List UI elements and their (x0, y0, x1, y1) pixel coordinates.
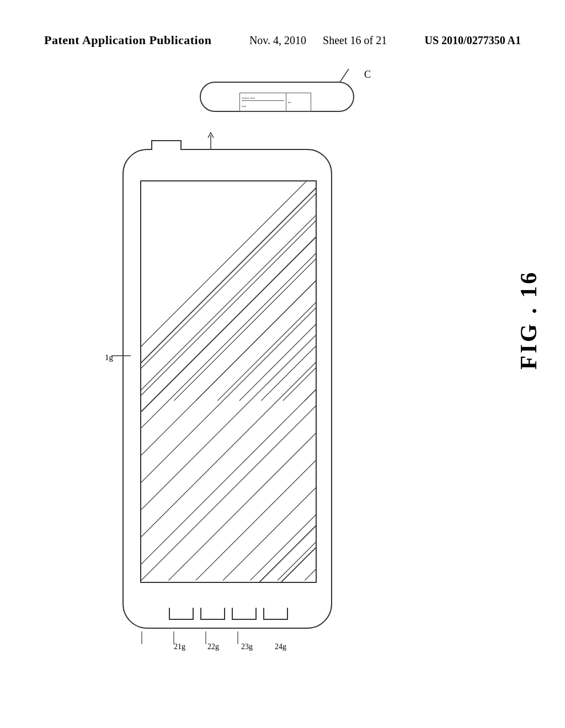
dongle-body: display data data btn (200, 82, 354, 112)
svg-line-18 (141, 183, 316, 456)
phone-top-rect (151, 140, 182, 150)
patent-number: US 2010/0277350 A1 (425, 34, 521, 47)
connectors-row (140, 608, 317, 620)
sheet-number: Sheet 16 of 21 (323, 34, 387, 47)
publication-title: Patent Application Publication (44, 33, 211, 47)
connector-22g (200, 608, 225, 620)
connector-lines-svg (120, 629, 340, 645)
phone-screen (140, 180, 317, 583)
connector-21g (169, 608, 194, 620)
publication-date: Nov. 4, 2010 (249, 34, 306, 47)
connector-23g (232, 608, 257, 620)
phone-body (122, 149, 332, 629)
arrow-1g-svg (111, 353, 131, 358)
svg-line-24 (168, 210, 316, 581)
dongle-text-2: data (242, 105, 284, 108)
dongle-container: C display data data btn (200, 77, 354, 116)
screen-svg (141, 181, 316, 582)
dongle-text-1: display data (242, 97, 284, 101)
dongle-text-3: btn (288, 101, 309, 104)
svg-line-25 (196, 237, 316, 580)
dongle-cell-left: display data data (240, 93, 286, 111)
svg-line-19 (141, 183, 316, 483)
figure-area: FIG . 16 C display data data btn (89, 77, 476, 706)
page-header: Patent Application Publication Nov. 4, 2… (0, 33, 565, 47)
svg-line-17 (141, 181, 316, 417)
connector-24g (263, 608, 288, 620)
header-center: Nov. 4, 2010 Sheet 16 of 21 (249, 34, 387, 47)
svg-line-31 (141, 183, 316, 412)
figure-label: FIG . 16 (515, 270, 542, 370)
svg-line-26 (223, 265, 316, 581)
svg-line-29 (305, 346, 316, 581)
svg-line-33 (272, 314, 316, 582)
svg-line-22 (141, 183, 316, 564)
main-content: FIG . 16 C display data data btn (0, 77, 565, 728)
svg-line-28 (278, 319, 316, 580)
dongle-cell-right: btn (286, 93, 311, 111)
dongle-inner: display data data btn (239, 93, 311, 112)
